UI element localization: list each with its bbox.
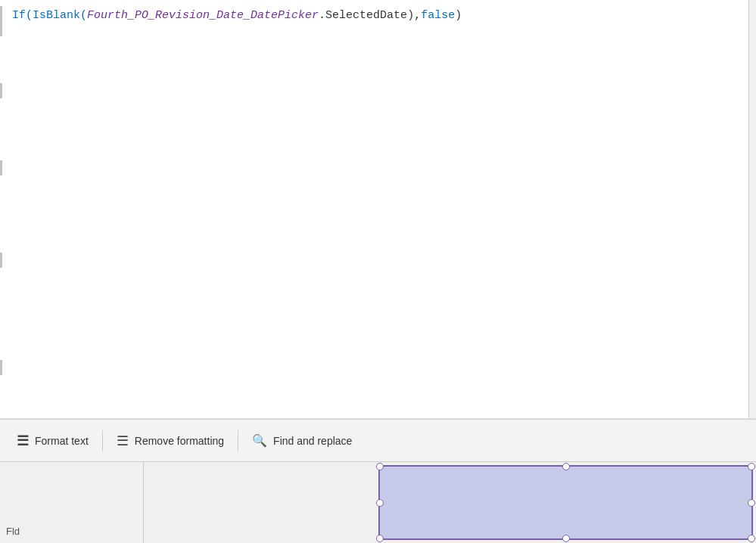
scrollbar[interactable]	[748, 0, 756, 418]
bottom-panel: Fld	[0, 461, 756, 543]
function-isblank: IsBlank(	[33, 9, 87, 22]
bottom-right-panel[interactable]	[144, 462, 756, 543]
toolbar-separator-1	[102, 430, 103, 451]
resize-handle-mr[interactable]	[748, 499, 755, 507]
close-paren1: ),	[407, 9, 421, 22]
value-false: false	[421, 9, 455, 22]
resize-handle-br[interactable]	[748, 535, 755, 542]
selected-control[interactable]	[378, 465, 753, 540]
code-expression: If(IsBlank(Fourth_PO_Revision_Date_DateP…	[0, 0, 756, 31]
resize-handle-bl[interactable]	[376, 535, 384, 542]
format-text-icon: ☰	[17, 433, 29, 449]
remove-formatting-button[interactable]: ☰ Remove formatting	[106, 427, 235, 455]
remove-formatting-icon: ☰	[117, 433, 129, 449]
close-paren2: )	[455, 9, 462, 22]
bottom-left-panel: Fld	[0, 462, 144, 543]
find-replace-label: Find and replace	[273, 435, 352, 447]
keyword-if: If(	[12, 9, 33, 22]
format-text-label: Format text	[35, 435, 89, 447]
toolbar-separator-2	[238, 430, 238, 451]
line-indicators	[0, 0, 5, 418]
formula-editor[interactable]: If(IsBlank(Fourth_PO_Revision_Date_DateP…	[0, 0, 756, 419]
property-selecteddate: .SelectedDate	[319, 9, 407, 22]
editor-toolbar: ☰ Format text ☰ Remove formatting 🔍 Find…	[0, 419, 756, 461]
find-replace-button[interactable]: 🔍 Find and replace	[241, 427, 362, 454]
identifier-datepicker: Fourth_PO_Revision_Date_DatePicker	[87, 9, 319, 22]
resize-handle-tr[interactable]	[748, 463, 755, 470]
format-text-button[interactable]: ☰ Format text	[6, 427, 99, 455]
resize-handle-ml[interactable]	[376, 499, 384, 507]
search-icon: 🔍	[252, 433, 267, 448]
resize-handle-tc[interactable]	[562, 463, 570, 470]
remove-formatting-label: Remove formatting	[135, 435, 224, 447]
resize-handle-bc[interactable]	[562, 535, 570, 542]
resize-handle-tl[interactable]	[376, 463, 384, 470]
field-label: Fld	[6, 526, 20, 537]
